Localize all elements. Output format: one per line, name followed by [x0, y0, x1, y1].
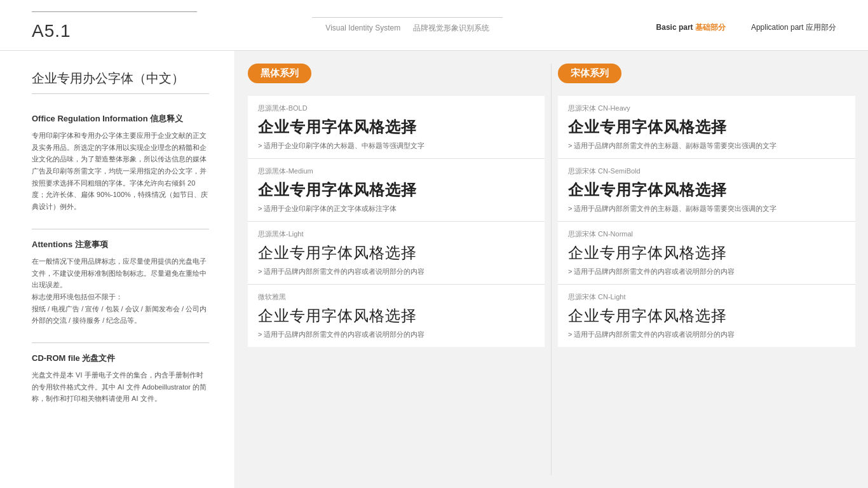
font-item-weihei: 微软雅黑 企业专用字体风格选择 > 适用于品牌内部所需文件的内容或者说明部分的内… — [248, 285, 545, 347]
heiti-header-row: 黑体系列 — [248, 64, 545, 93]
songti-heavy-name: 思源宋体 CN-Heavy — [568, 104, 845, 113]
songti-light-display: 企业专用字体风格选择 — [568, 306, 845, 326]
heiti-bold-name: 思源黑体-BOLD — [258, 104, 534, 113]
songti-column: 宋体系列 思源宋体 CN-Heavy 企业专用字体风格选择 > 适用于品牌内部所… — [552, 64, 855, 475]
office-section-title: Office Regulation Information 信息释义 — [32, 113, 209, 125]
songti-normal-name: 思源宋体 CN-Normal — [568, 229, 845, 239]
sidebar-section-office: Office Regulation Information 信息释义 专用印刷字… — [32, 113, 209, 213]
vis-identity-cn: 品牌视觉形象识别系统 — [413, 23, 489, 34]
sidebar-divider-2 — [32, 342, 209, 343]
font-item-songti-normal: 思源宋体 CN-Normal 企业专用字体风格选择 > 适用于品牌内部所需文件的… — [558, 222, 855, 285]
heiti-medium-display: 企业专用字体风格选择 — [258, 180, 534, 200]
heiti-column: 黑体系列 思源黑体-BOLD 企业专用字体风格选择 > 适用于企业印刷字体的大标… — [248, 64, 552, 475]
header: A5.1 Visual Identity System 品牌视觉形象识别系统 B… — [0, 0, 868, 51]
songti-semibold-name: 思源宋体 CN-SemiBold — [568, 166, 845, 176]
sidebar-section-cdrom: CD-ROM file 光盘文件 光盘文件是本 VI 手册电子文件的集合，内含手… — [32, 353, 209, 405]
sidebar-divider-1 — [32, 229, 209, 229]
cdrom-section-title: CD-ROM file 光盘文件 — [32, 353, 209, 364]
songti-semibold-desc: > 适用于品牌内部所需文件的主标题、副标题等需要突出强调的文字 — [568, 204, 845, 214]
header-center: Visual Identity System 品牌视觉形象识别系统 — [159, 17, 656, 34]
sidebar-title: 企业专用办公字体（中文） — [32, 70, 209, 94]
page-number: A5.1 — [32, 21, 159, 41]
nav-application[interactable]: Application part 应用部分 — [751, 22, 836, 33]
font-item-songti-light: 思源宋体 CN-Light 企业专用字体风格选择 > 适用于品牌内部所需文件的内… — [558, 285, 855, 347]
songti-normal-desc: > 适用于品牌内部所需文件的内容或者说明部分的内容 — [568, 267, 845, 276]
heiti-bold-desc: > 适用于企业印刷字体的大标题、中标题等强调型文字 — [258, 141, 534, 151]
main-layout: 企业专用办公字体（中文） Office Regulation Informati… — [0, 51, 868, 488]
nav-basic[interactable]: Basic part 基础部分 — [656, 22, 726, 33]
songti-semibold-display: 企业专用字体风格选择 — [568, 180, 845, 200]
heiti-medium-desc: > 适用于企业印刷字体的正文字体或标注字体 — [258, 204, 534, 214]
cdrom-section-text: 光盘文件是本 VI 手册电子文件的集合，内含手册制作时的专用软件格式文件。其中 … — [32, 369, 209, 405]
content-grid: 黑体系列 思源黑体-BOLD 企业专用字体风格选择 > 适用于企业印刷字体的大标… — [248, 64, 855, 475]
songti-heavy-desc: > 适用于品牌内部所需文件的主标题、副标题等需要突出强调的文字 — [568, 141, 845, 151]
font-item-heiti-bold: 思源黑体-BOLD 企业专用字体风格选择 > 适用于企业印刷字体的大标题、中标题… — [248, 96, 545, 159]
vis-identity-title: Visual Identity System — [325, 24, 400, 32]
songti-header-row: 宋体系列 — [558, 64, 855, 93]
heiti-light-display: 企业专用字体风格选择 — [258, 243, 534, 263]
songti-category-label: 宋体系列 — [558, 64, 621, 83]
sidebar: 企业专用办公字体（中文） Office Regulation Informati… — [0, 51, 235, 488]
attentions-section-text: 在一般情况下使用品牌标志，应尽量使用提供的光盘电子文件，不建议使用标准制图绘制标… — [32, 255, 209, 327]
content-area: 黑体系列 思源黑体-BOLD 企业专用字体风格选择 > 适用于企业印刷字体的大标… — [235, 51, 868, 488]
sidebar-section-attentions: Attentions 注意事项 在一般情况下使用品牌标志，应尽量使用提供的光盘电… — [32, 239, 209, 327]
header-center-line — [312, 17, 503, 18]
office-section-text: 专用印刷字体和专用办公字体主要应用于企业文献的正文及实务用品。所选定的字体用以实… — [32, 130, 209, 213]
songti-light-desc: > 适用于品牌内部所需文件的内容或者说明部分的内容 — [568, 330, 845, 339]
songti-heavy-display: 企业专用字体风格选择 — [568, 117, 845, 137]
font-item-heiti-light: 思源黑体-Light 企业专用字体风格选择 > 适用于品牌内部所需文件的内容或者… — [248, 222, 545, 285]
heiti-bold-display: 企业专用字体风格选择 — [258, 117, 534, 137]
weihei-display: 企业专用字体风格选择 — [258, 306, 534, 326]
header-right: Basic part 基础部分 Application part 应用部分 — [656, 17, 836, 33]
weihei-desc: > 适用于品牌内部所需文件的内容或者说明部分的内容 — [258, 330, 534, 339]
font-item-heiti-medium: 思源黑体-Medium 企业专用字体风格选择 > 适用于企业印刷字体的正文字体或… — [248, 159, 545, 222]
header-center-titles: Visual Identity System 品牌视觉形象识别系统 — [325, 23, 489, 34]
heiti-light-desc: > 适用于品牌内部所需文件的内容或者说明部分的内容 — [258, 267, 534, 276]
songti-normal-display: 企业专用字体风格选择 — [568, 243, 845, 263]
header-nav: Basic part 基础部分 Application part 应用部分 — [656, 22, 836, 33]
font-item-songti-semibold: 思源宋体 CN-SemiBold 企业专用字体风格选择 > 适用于品牌内部所需文… — [558, 159, 855, 222]
header-left: A5.1 — [32, 10, 159, 41]
weihei-name: 微软雅黑 — [258, 292, 534, 302]
heiti-light-name: 思源黑体-Light — [258, 229, 534, 239]
font-item-songti-heavy: 思源宋体 CN-Heavy 企业专用字体风格选择 > 适用于品牌内部所需文件的主… — [558, 96, 855, 159]
header-top-line — [32, 11, 197, 12]
songti-light-name: 思源宋体 CN-Light — [568, 292, 845, 302]
heiti-category-label: 黑体系列 — [248, 64, 311, 83]
attentions-section-title: Attentions 注意事项 — [32, 239, 209, 250]
heiti-medium-name: 思源黑体-Medium — [258, 166, 534, 176]
